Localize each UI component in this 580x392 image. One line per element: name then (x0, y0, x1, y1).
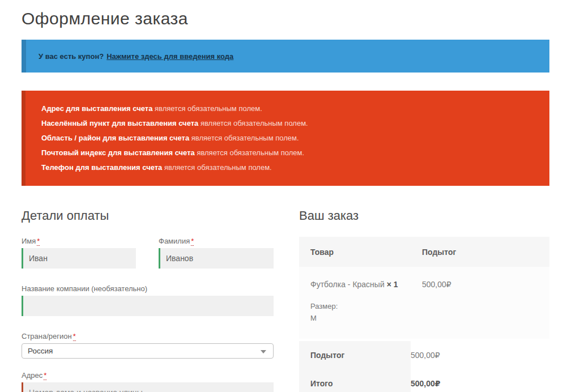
required-asterisk: * (44, 371, 46, 380)
order-item-meta: Размер: M (310, 300, 549, 324)
country-selected-value: Россия (28, 347, 53, 355)
company-field: Название компании (необязательно) (22, 284, 274, 316)
billing-details-section: Детали оплаты Имя* Фамилия* Название ком… (22, 208, 274, 392)
error-item: Телефон для выставления счета является о… (41, 160, 534, 175)
first-name-field: Имя* (22, 237, 136, 269)
error-item: Населённый пункт для выставления счета я… (41, 116, 534, 131)
total-value: 500,00₽ (411, 369, 549, 392)
total-row: Итого 500,00₽ (299, 369, 549, 392)
order-review-section: Ваш заказ Товар Подытог Футболка - Красн… (299, 208, 549, 392)
first-name-label: Имя* (22, 237, 136, 245)
error-field-name: Область / район для выставления счета (41, 134, 189, 142)
order-item-qty: × 1 (387, 280, 398, 289)
order-table-header: Товар Подытог (299, 237, 549, 267)
error-message: является обязательным полем. (155, 104, 262, 113)
order-item-row: Футболка - Красный× 1 500,00₽ Размер: M (299, 267, 549, 339)
order-item-meta-label: Размер: (310, 300, 549, 312)
last-name-input[interactable] (159, 248, 274, 269)
coupon-banner-text: У вас есть купон? (39, 52, 104, 61)
column-header-subtotal: Подытог (422, 248, 456, 257)
checkout-page: Оформление заказа У вас есть купон? Нажм… (22, 0, 549, 392)
billing-heading: Детали оплаты (22, 208, 274, 223)
required-asterisk: * (37, 237, 40, 246)
error-item: Область / район для выставления счета яв… (41, 131, 534, 146)
country-select[interactable]: Россия (22, 343, 274, 359)
order-item-price: 500,00₽ (422, 280, 451, 289)
order-item-name: Футболка - Красный× 1 (310, 280, 422, 289)
subtotal-row: Подытог 500,00₽ (299, 341, 549, 369)
error-item: Адрес для выставления счета является обя… (41, 101, 534, 116)
error-message: является обязательным полем. (201, 119, 308, 127)
first-name-input[interactable] (22, 248, 136, 269)
column-header-product: Товар (310, 248, 422, 257)
order-table: Товар Подытог Футболка - Красный× 1 500,… (299, 237, 549, 392)
chevron-down-icon (261, 350, 266, 353)
last-name-field: Фамилия* (159, 237, 274, 269)
error-message: является обязательным полем. (164, 163, 272, 172)
validation-error-box: Адрес для выставления счета является обя… (22, 91, 549, 186)
subtotal-value: 500,00₽ (411, 341, 549, 369)
country-label: Страна/регион* (22, 332, 274, 340)
total-label: Итого (299, 369, 411, 392)
error-field-name: Населённый пункт для выставления счета (41, 119, 198, 127)
address-label: Адрес* (22, 371, 274, 380)
coupon-toggle-link[interactable]: Нажмите здесь для введения кода (106, 52, 233, 61)
order-totals: Подытог 500,00₽ Итого 500,00₽ (299, 341, 549, 392)
error-message: является обязательным полем. (197, 148, 304, 157)
error-field-name: Телефон для выставления счета (41, 163, 162, 172)
address-input[interactable] (22, 382, 274, 392)
company-input[interactable] (22, 296, 274, 316)
error-list: Адрес для выставления счета является обя… (41, 101, 534, 175)
order-item-meta-value: M (310, 312, 549, 324)
error-field-name: Адрес для выставления счета (41, 104, 152, 113)
address-field: Адрес* (22, 371, 274, 392)
country-field: Страна/регион* Россия (22, 332, 274, 359)
subtotal-label: Подытог (299, 341, 411, 369)
required-asterisk: * (191, 237, 194, 246)
company-label: Название компании (необязательно) (22, 284, 274, 293)
coupon-banner: У вас есть купон? Нажмите здесь для введ… (22, 40, 549, 73)
order-heading: Ваш заказ (299, 208, 549, 223)
last-name-label: Фамилия* (159, 237, 274, 245)
error-field-name: Почтовый индекс для выставления счета (41, 148, 195, 157)
required-asterisk: * (73, 332, 76, 341)
page-title: Оформление заказа (22, 9, 549, 28)
error-message: является обязательным полем. (191, 134, 299, 142)
error-item: Почтовый индекс для выставления счета яв… (41, 146, 534, 160)
